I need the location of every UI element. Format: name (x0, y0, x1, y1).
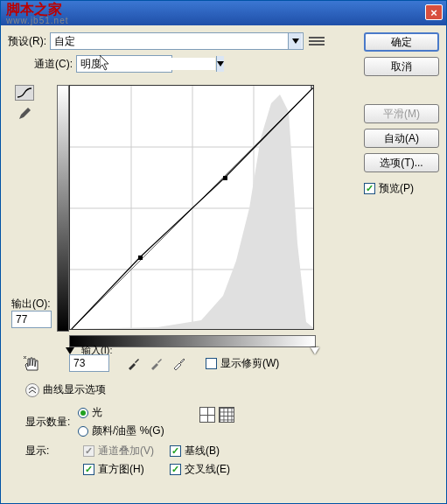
show-clipping-label: 显示修剪(W) (220, 356, 279, 371)
pigment-option[interactable]: 颜料/油墨 %(G) (78, 424, 164, 438)
eyedropper-icon (172, 356, 186, 370)
left-column: 预设(R): 通道(C): (8, 32, 349, 78)
preview-row: 预览(P) (364, 181, 439, 196)
ok-button[interactable]: 确定 (364, 32, 439, 52)
black-point-slider[interactable] (66, 347, 74, 354)
output-label: 输出(O): (11, 297, 51, 312)
channel-overlay-label: 通道叠加(V) (98, 444, 154, 458)
intersection-option[interactable]: 交叉线(E) (170, 462, 230, 477)
eyedropper-group (125, 354, 188, 372)
light-option[interactable]: 光 (78, 405, 164, 420)
curve-icon (17, 87, 32, 99)
grid-fine-button[interactable] (219, 407, 234, 423)
eyedropper-icon (127, 356, 141, 370)
svg-rect-10 (311, 86, 314, 88)
chevron-down-icon (292, 38, 299, 44)
light-label: 光 (92, 405, 102, 420)
display-amount-row: 显示数量: 光 颜料/油墨 %(G) (25, 405, 253, 438)
options-button[interactable]: 选项(T)... (364, 153, 439, 172)
close-icon: × (430, 6, 437, 19)
preset-row: 预设(R): (8, 32, 349, 50)
preset-input[interactable] (51, 35, 287, 47)
curve-area (69, 85, 314, 330)
show-clipping-checkbox[interactable] (206, 358, 217, 369)
channel-dropdown-button[interactable] (216, 56, 224, 72)
collapse-toggle[interactable] (25, 383, 39, 397)
baseline-label: 基线(B) (185, 444, 220, 458)
gray-eyedropper[interactable] (148, 354, 165, 372)
right-panel: 确定 取消 平滑(M) 自动(A) 选项(T)... 预览(P) (364, 32, 439, 196)
curve-pencil-tool[interactable] (15, 106, 34, 122)
curve-tools (15, 85, 34, 122)
intersection-checkbox[interactable] (170, 464, 181, 475)
show-label: 显示: (25, 444, 78, 458)
grid-size-icons (199, 407, 234, 423)
output-gradient (57, 85, 69, 332)
input-field[interactable] (69, 354, 109, 372)
preset-label: 预设(R): (8, 34, 46, 49)
intersection-label: 交叉线(E) (185, 462, 230, 477)
svg-rect-8 (138, 256, 143, 260)
pigment-radio[interactable] (78, 426, 88, 437)
close-button[interactable]: × (425, 4, 443, 20)
curves-dialog: 脚本之家 www.jb51.net × 预设(R): (0, 0, 447, 504)
display-amount-label: 显示数量: (25, 415, 78, 430)
dialog-body: 预设(R): 通道(C): (1, 25, 446, 503)
channel-row: 通道(C): (34, 55, 349, 73)
curve-point-tool[interactable] (15, 85, 34, 101)
curve-options-label: 曲线显示选项 (43, 382, 106, 397)
channel-overlay-option[interactable]: 通道叠加(V) (83, 444, 154, 458)
curve-options-row: 曲线显示选项 (25, 382, 106, 397)
curve-grid[interactable] (69, 85, 314, 330)
display-options: 显示数量: 光 颜料/油墨 %(G) (25, 405, 253, 477)
auto-button[interactable]: 自动(A) (364, 129, 439, 148)
preset-combo[interactable] (50, 32, 304, 50)
grid-coarse-button[interactable] (199, 407, 215, 423)
show-grid: 通道叠加(V) 基线(B) 直方图(H) 交叉线(E) (83, 444, 230, 477)
watermark: 脚本之家 www.jb51.net (6, 3, 68, 25)
watermark-url: www.jb51.net (6, 17, 68, 25)
svg-rect-9 (223, 176, 227, 180)
eyedropper-icon (150, 356, 164, 370)
histogram-option[interactable]: 直方图(H) (83, 462, 154, 477)
preset-menu-icon[interactable] (309, 33, 325, 49)
cancel-button[interactable]: 取消 (364, 57, 439, 76)
pigment-label: 颜料/油墨 %(G) (92, 424, 164, 438)
chevron-up-double-icon (29, 387, 36, 394)
curve-svg (70, 86, 314, 330)
channel-input[interactable] (77, 58, 215, 70)
show-clipping-row: 显示修剪(W) (206, 356, 279, 371)
preview-label: 预览(P) (379, 181, 414, 196)
show-row: 显示: 通道叠加(V) 基线(B) 直方图(H) (25, 444, 253, 477)
histogram-label: 直方图(H) (98, 462, 144, 477)
chevron-down-icon (217, 61, 224, 66)
watermark-title: 脚本之家 (6, 3, 68, 17)
hand-tool[interactable] (22, 354, 43, 376)
svg-rect-7 (70, 329, 73, 330)
preset-dropdown-button[interactable] (288, 33, 302, 49)
white-point-slider[interactable] (311, 347, 319, 354)
channel-overlay-checkbox (83, 445, 94, 457)
input-row: 显示修剪(W) (69, 354, 279, 372)
white-eyedropper[interactable] (171, 354, 188, 372)
channel-combo[interactable] (76, 55, 172, 73)
baseline-checkbox[interactable] (170, 445, 181, 457)
smooth-button: 平滑(M) (364, 104, 439, 123)
pencil-icon (17, 107, 31, 121)
titlebar[interactable]: 脚本之家 www.jb51.net × (1, 1, 446, 25)
baseline-option[interactable]: 基线(B) (170, 444, 230, 458)
black-eyedropper[interactable] (125, 354, 143, 372)
light-radio[interactable] (78, 408, 88, 418)
output-field[interactable] (11, 311, 52, 328)
hand-icon (22, 354, 43, 374)
preview-checkbox[interactable] (364, 183, 375, 194)
channel-label: 通道(C): (34, 57, 73, 72)
histogram-checkbox[interactable] (83, 464, 94, 475)
